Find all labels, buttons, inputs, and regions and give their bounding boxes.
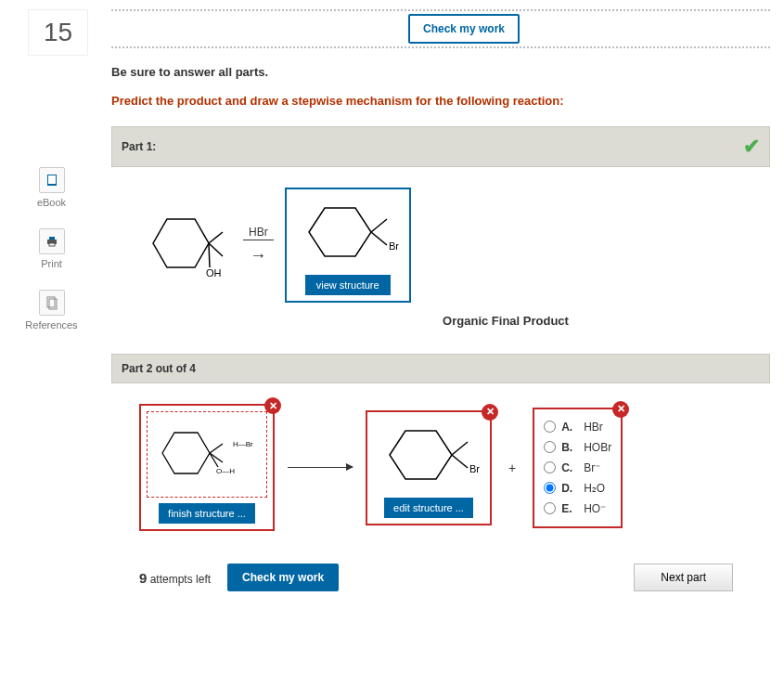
svg-rect-4	[49, 243, 55, 246]
svg-text:H—Br: H—Br	[233, 440, 253, 448]
svg-line-9	[209, 243, 223, 256]
option-d[interactable]: D. H₂O	[544, 478, 611, 499]
book-icon	[39, 167, 65, 193]
reagent-label: HBr	[243, 226, 274, 240]
sidebar: eBook Print References	[7, 167, 96, 351]
svg-line-13	[371, 219, 387, 232]
view-structure-button[interactable]: view structure	[305, 275, 391, 295]
option-text: HBr	[584, 421, 603, 434]
option-letter: A.	[561, 421, 578, 434]
correct-check-icon: ✔	[743, 135, 760, 159]
svg-line-17	[210, 444, 223, 453]
svg-line-24	[452, 455, 468, 468]
instruction-line-1: Be sure to answer all parts.	[111, 65, 770, 79]
radio-d[interactable]	[544, 482, 556, 494]
reactant-structure: OH	[139, 204, 232, 286]
close-icon[interactable]: ✕	[264, 397, 281, 414]
option-letter: D.	[561, 482, 578, 495]
option-text: HOBr	[584, 441, 611, 454]
svg-text:O—H: O—H	[216, 467, 235, 475]
attempts-text: attempts left	[150, 573, 211, 586]
check-work-button-top[interactable]: Check my work	[408, 14, 520, 44]
radio-b[interactable]	[544, 441, 556, 453]
part2-title: Part 2 out of 4	[122, 362, 196, 375]
product-box: Br view structure	[285, 188, 411, 303]
svg-text:Br: Br	[389, 240, 399, 252]
part2-header: Part 2 out of 4	[111, 354, 770, 383]
option-text: HO⁻	[584, 502, 606, 515]
references-label: References	[25, 319, 77, 331]
footer-row: 9 attempts left Check my work Next part	[111, 540, 770, 601]
option-letter: B.	[561, 441, 578, 454]
option-b[interactable]: B. HOBr	[544, 437, 611, 458]
svg-line-11	[209, 243, 210, 267]
close-icon[interactable]: ✕	[482, 404, 498, 421]
svg-marker-16	[162, 433, 210, 473]
close-icon[interactable]: ✕	[612, 401, 629, 418]
answer-options: ✕ A. HBr B. HOBr C. Br⁻	[533, 408, 623, 528]
svg-text:OH: OH	[206, 267, 222, 279]
part1-header: Part 1: ✔	[111, 126, 770, 167]
edit-structure-button[interactable]: edit structure ...	[384, 498, 473, 518]
part1-title: Part 1:	[122, 140, 156, 153]
option-letter: C.	[561, 461, 578, 474]
option-text: Br⁻	[584, 461, 600, 474]
option-a[interactable]: A. HBr	[544, 417, 611, 437]
part2-body: ✕ O—H H—Br finish structure ... ✕	[111, 383, 770, 540]
option-e[interactable]: E. HO⁻	[544, 499, 611, 519]
mechanism-structure-2: Br	[373, 418, 484, 492]
mechanism-arrow-icon	[288, 467, 353, 468]
print-label: Print	[41, 258, 62, 269]
part1-body: OH HBr → Br view structure	[111, 167, 770, 354]
svg-rect-1	[48, 175, 56, 184]
reaction-arrow-icon: →	[250, 246, 266, 266]
ebook-label: eBook	[37, 197, 66, 208]
product-structure: Br	[292, 195, 404, 269]
option-c[interactable]: C. Br⁻	[544, 458, 611, 478]
svg-line-8	[209, 232, 223, 243]
organic-product-caption: Organic Final Product	[251, 314, 761, 328]
printer-icon	[39, 228, 65, 254]
ebook-button[interactable]: eBook	[7, 167, 96, 208]
next-part-button[interactable]: Next part	[634, 564, 733, 591]
check-work-button[interactable]: Check my work	[227, 564, 339, 591]
attempts-number: 9	[139, 570, 147, 586]
mechanism-box-2: ✕ Br edit structure ...	[366, 410, 492, 525]
radio-a[interactable]	[544, 421, 556, 433]
svg-line-20	[210, 453, 218, 467]
mechanism-structure-1: O—H H—Br	[151, 416, 263, 490]
option-text: H₂O	[584, 482, 605, 495]
question-number: 15	[28, 9, 88, 56]
svg-line-23	[452, 442, 468, 455]
svg-marker-7	[153, 219, 209, 267]
svg-marker-22	[390, 431, 452, 479]
svg-marker-12	[309, 208, 371, 256]
instruction-line-2: Predict the product and draw a stepwise …	[111, 94, 770, 108]
svg-rect-3	[49, 237, 55, 240]
top-bar: Check my work	[111, 9, 770, 48]
option-letter: E.	[561, 502, 578, 515]
radio-e[interactable]	[544, 502, 556, 514]
mechanism-box-1: ✕ O—H H—Br finish structure ...	[139, 404, 275, 531]
radio-c[interactable]	[544, 461, 556, 473]
svg-line-18	[210, 453, 223, 462]
references-button[interactable]: References	[7, 290, 96, 331]
svg-line-14	[371, 232, 387, 245]
svg-text:Br: Br	[469, 463, 480, 474]
finish-structure-button[interactable]: finish structure ...	[159, 503, 255, 524]
plus-sign: +	[508, 460, 516, 475]
references-icon	[39, 290, 65, 316]
print-button[interactable]: Print	[7, 228, 96, 269]
attempts-left: 9 attempts left	[139, 570, 211, 586]
